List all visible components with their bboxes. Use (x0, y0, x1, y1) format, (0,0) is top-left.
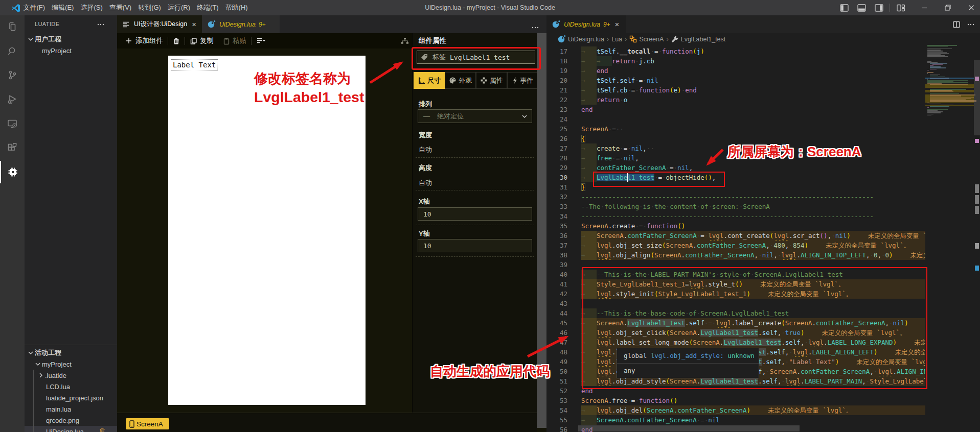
code-line-52[interactable]: 52end (546, 386, 925, 396)
prop-tab-lightning[interactable]: 事件 (507, 72, 538, 89)
code-line-30[interactable]: 30→LvglLabel1_test·=·objectHide(), (546, 173, 925, 182)
breadcrumb-file[interactable]: UiDesign.lua (557, 35, 604, 43)
delete-component-button[interactable] (173, 37, 180, 45)
activity-remote-explorer-icon[interactable] (0, 112, 25, 135)
code-line-21[interactable]: 21→tSelf.cb·=·function(e)·end (546, 85, 925, 95)
component-list-button[interactable] (256, 37, 266, 44)
code-editor[interactable]: 17→tSelf.__tocall·=·function(j)18→→retur… (546, 45, 980, 432)
tab-uidesign-lua[interactable]: UiDesign.lua 9+ (202, 15, 280, 33)
close-icon[interactable]: × (192, 20, 196, 28)
tag-name-input[interactable]: 标签 LvglLabel1_test (417, 51, 535, 64)
close-icon[interactable]: × (615, 20, 620, 28)
activity-extensions-icon[interactable] (0, 137, 25, 159)
code-line-46[interactable]: 46→lvgl.obj_set_click(ScreenA.LvglLabel1… (546, 328, 925, 338)
tree-item--luatide[interactable]: .luatide (25, 370, 117, 381)
menu-选择S[interactable]: 选择(S) (77, 0, 106, 15)
minimize-icon[interactable] (916, 0, 933, 15)
code-line-23[interactable]: 23end (546, 105, 925, 114)
code-line-45[interactable]: 45→ScreenA.LvglLabel1_test.self·=·lvgl.l… (546, 318, 925, 328)
code-line-24[interactable]: 24 (546, 114, 925, 124)
arrange-select[interactable]: —绝对定位 (418, 109, 532, 123)
menu-查看V[interactable]: 查看(V) (106, 0, 134, 15)
restore-icon[interactable] (939, 0, 956, 15)
code-line-33[interactable]: 33--The·following·is·the·content·of·scre… (546, 202, 925, 211)
tree-item-uidesign-lua[interactable]: UiDesign.lua (25, 426, 117, 432)
code-line-41[interactable]: 41→Style_LvglLabel1_test_1=lvgl.style_t(… (546, 279, 925, 289)
activity-search-icon[interactable] (0, 40, 25, 62)
code-line-43[interactable]: 43 (546, 299, 925, 308)
breadcrumb-lua[interactable]: Lua (611, 36, 622, 43)
tree-item-main-lua[interactable]: main.lua (25, 403, 117, 415)
add-component-button[interactable]: 添加组件 (125, 36, 163, 45)
tree-item-myproject[interactable]: myProject (25, 45, 117, 56)
code-line-38[interactable]: 38→lvgl.obj_align(ScreenA.contFather_Scr… (546, 250, 925, 260)
code-line-40[interactable]: 40→--This·is·the·LABEL_PART_MAIN's·style… (546, 270, 925, 279)
prop-tab-attributes[interactable]: 属性 (476, 72, 507, 89)
code-line-22[interactable]: 22→return·o (546, 95, 925, 105)
section-active-project[interactable]: 活动工程 (25, 347, 117, 358)
code-line-18[interactable]: 18→→return·j.cb (546, 56, 925, 66)
code-line-28[interactable]: 28→free·=·nil, (546, 153, 925, 163)
code-line-25[interactable]: 25ScreenA·=·· (546, 124, 925, 134)
activity-source-control-icon[interactable] (0, 64, 25, 86)
more-actions-icon[interactable] (97, 20, 105, 29)
split-editor-icon[interactable] (952, 20, 961, 29)
tree-item-lcd-lua[interactable]: LCD.lua (25, 381, 117, 392)
code-line-27[interactable]: 27→create·=·nil,·· (546, 143, 925, 153)
code-line-20[interactable]: 20→tSelf.self·=·nil (546, 76, 925, 85)
copy-button[interactable]: 复制 (190, 36, 214, 45)
paste-button[interactable]: 粘贴 (223, 36, 246, 45)
toggle-panel-icon[interactable] (853, 0, 870, 15)
prop-tab-ruler[interactable]: 尺寸 (414, 72, 445, 89)
menu-终端T[interactable]: 终端(T) (193, 0, 222, 15)
code-line-32[interactable]: 32--------------------------------------… (546, 192, 925, 202)
screen-tab-screena[interactable]: ScreenA (126, 418, 169, 429)
breadcrumb-screena[interactable]: ScreenA (629, 35, 664, 43)
coordinate-input[interactable]: 10 (418, 207, 532, 221)
breadcrumb-lvgllabel1_test[interactable]: LvglLabel1_test (671, 35, 726, 43)
code-line-55[interactable]: 55→ScreenA.contFather_ScreenA·=·nil (546, 415, 925, 425)
delete-file-icon[interactable] (99, 427, 106, 432)
coordinate-input[interactable]: 10 (418, 239, 532, 252)
menu-文件F[interactable]: 文件(F) (20, 0, 49, 15)
menu-运行R[interactable]: 运行(R) (164, 0, 193, 15)
code-line-31[interactable]: 31} (546, 182, 925, 192)
code-line-37[interactable]: 37→lvgl.obj_set_size(ScreenA.contFather_… (546, 241, 925, 250)
tab-uidesign-lua[interactable]: UiDesign.lua 9+ × (546, 15, 626, 33)
code-line-42[interactable]: 42→lvgl.style_init(Style_LvglLabel1_test… (546, 289, 925, 299)
toggle-sidebar-icon[interactable] (835, 0, 853, 15)
more-actions-icon[interactable] (531, 23, 539, 32)
more-actions-icon[interactable] (967, 20, 975, 29)
tab-ui-designer[interactable]: UI设计器:UiDesign × (117, 15, 202, 33)
activity-explorer-icon[interactable] (0, 15, 25, 38)
code-line-53[interactable]: 53ScreenA.free·=·function() (546, 396, 925, 405)
code-line-19[interactable]: 19→end (546, 66, 925, 76)
screen-canvas[interactable]: Label Text (168, 56, 366, 405)
code-line-29[interactable]: 29→contFather_ScreenA·=·nil, (546, 163, 925, 173)
hierarchy-icon[interactable] (401, 37, 409, 44)
close-window-icon[interactable] (963, 0, 980, 15)
code-line-34[interactable]: 34--------------------------------------… (546, 211, 925, 221)
menu-帮助H[interactable]: 帮助(H) (222, 0, 251, 15)
code-line-17[interactable]: 17→tSelf.__tocall·=·function(j) (546, 46, 925, 56)
minimap[interactable] (925, 45, 974, 432)
code-line-44[interactable]: 44→--This·is·the·base·code·of·ScreenA.Lv… (546, 308, 925, 318)
toggle-secondary-sidebar-icon[interactable] (870, 0, 887, 15)
code-line-47[interactable]: 47→lvgl.label_set_long_mode(ScreenA.Lvgl… (546, 338, 925, 347)
code-line-54[interactable]: 54→lvgl.obj_del(ScreenA.contFather_Scree… (546, 405, 925, 415)
activity-luatide-icon[interactable] (0, 161, 26, 183)
prop-tab-palette[interactable]: 外观 (445, 72, 476, 89)
customize-layout-icon[interactable] (892, 0, 909, 15)
webview-scrollbar[interactable] (537, 33, 546, 428)
code-line-26[interactable]: 26{ (546, 134, 925, 143)
scrollbar-slider[interactable] (974, 60, 980, 135)
tree-item-luatide-project-json[interactable]: luatide_project.json (25, 392, 117, 403)
section-user-project[interactable]: 用户工程 (25, 34, 117, 45)
menu-编辑E[interactable]: 编辑(E) (49, 0, 77, 15)
menu-转到G[interactable]: 转到(G) (135, 0, 165, 15)
horizontal-scrollbar[interactable] (578, 425, 800, 431)
tree-item-qrcode-png[interactable]: qrcode.png (25, 415, 117, 426)
tree-item-myproject[interactable]: myProject (25, 358, 117, 370)
code-line-35[interactable]: 35ScreenA.create·=·function() (546, 221, 925, 231)
code-line-39[interactable]: 39 (546, 260, 925, 270)
